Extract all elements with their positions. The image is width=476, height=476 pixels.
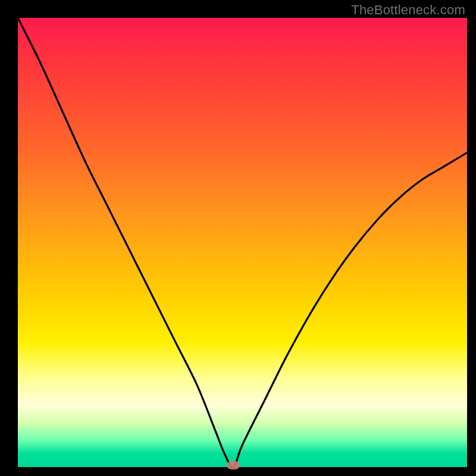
bottleneck-curve — [18, 18, 467, 467]
min-marker — [227, 461, 240, 469]
watermark-text: TheBottleneck.com — [351, 2, 465, 18]
plot-area — [18, 18, 467, 467]
chart-frame: TheBottleneck.com — [0, 0, 476, 476]
curve-svg — [18, 18, 467, 467]
